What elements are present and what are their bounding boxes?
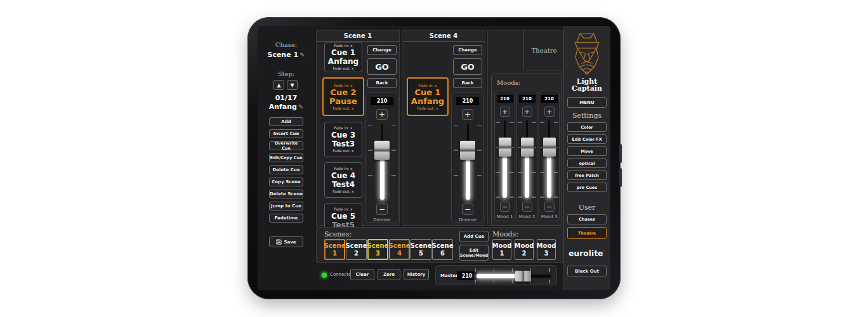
fader-tick-marks [532, 122, 536, 198]
sidebar-item-move[interactable]: Move [567, 146, 607, 156]
scene4-title: Scene 4 [402, 30, 485, 42]
fader-plus-button[interactable]: + [376, 109, 388, 120]
fader-track[interactable] [366, 124, 398, 201]
cue-fade-in: Fade in: x [334, 43, 353, 48]
fader-tick-marks [554, 122, 558, 198]
mood3-fader: 210 + − Mood 3 [539, 91, 560, 221]
scene1-change-button[interactable]: Change [367, 45, 397, 55]
edit-pencil-icon[interactable]: ✎ [299, 51, 305, 58]
scene4-change-button[interactable]: Change [453, 45, 482, 55]
history-button[interactable]: History [404, 269, 429, 280]
edit-scene-mood-button[interactable]: Edit Scene/Mood [459, 245, 489, 261]
overwrite-cue-button[interactable]: Overwrite Cue [269, 141, 303, 150]
mood-1-tile[interactable]: Mood 1 [492, 239, 511, 260]
insert-cue-button[interactable]: Insert Cue [269, 129, 303, 138]
sidebar-item-optical[interactable]: optical [567, 158, 607, 168]
sidebar-item-free-patch[interactable]: free Patch [567, 171, 607, 180]
scene1-go-button[interactable]: GO [367, 58, 397, 75]
step-name[interactable]: Anfang✎ [258, 103, 315, 111]
master-tick-marks [475, 280, 551, 283]
step-up-button[interactable]: ▲ [273, 80, 284, 90]
fader-minus-button[interactable]: − [544, 202, 555, 212]
save-button[interactable]: Save [269, 236, 303, 247]
tile-line1: Scene [411, 242, 432, 250]
fader-minus-button[interactable]: − [500, 202, 510, 212]
mood-3-tile[interactable]: Mood 3 [537, 239, 556, 260]
tile-line1: Scene [432, 242, 454, 250]
fader-handle[interactable] [521, 138, 534, 157]
fader-handle[interactable] [499, 138, 511, 157]
scene-5-tile[interactable]: Scene 5 [411, 239, 431, 260]
tile-line2: 1 [500, 250, 504, 257]
tile-line2: 2 [354, 250, 358, 257]
scene1-panel: Scene 1 Fade in: x Cue 1 Anfang Fade out… [316, 30, 400, 226]
scene-1-tile[interactable]: Scene 1 [324, 239, 345, 260]
sidebar-item-theatre-active[interactable]: Theatre [567, 227, 607, 239]
tile-line1: Scene [389, 242, 411, 250]
fader-minus-button[interactable]: − [376, 204, 388, 215]
tile-line2: 3 [544, 250, 549, 257]
fader-handle[interactable] [374, 141, 390, 160]
fader-plus-button[interactable]: + [462, 109, 473, 120]
cue-card-2-active[interactable]: Fade in: x Cue 2 Pause Fade out: x [322, 77, 364, 116]
cue-name: Cue 2 [330, 88, 356, 97]
menu-button[interactable]: MENU [567, 97, 607, 108]
copy-scene-button[interactable]: Copy Scene [269, 178, 303, 186]
fader-handle[interactable] [543, 138, 556, 157]
add-button[interactable]: Add [269, 117, 303, 126]
mood2-fader: 210 + − Mood 2 [516, 91, 537, 221]
step-down-button[interactable]: ▼ [287, 80, 298, 90]
scene4-go-button[interactable]: GO [453, 58, 482, 75]
mood-2-tile[interactable]: Mood 2 [515, 239, 534, 260]
fader-minus-button[interactable]: − [522, 202, 532, 212]
fader-glow-bar [525, 156, 529, 198]
fader-tick-marks [454, 125, 458, 200]
fader-track[interactable] [517, 120, 537, 199]
sidebar-item-pre-cues[interactable]: pre Cues [567, 183, 607, 192]
clear-button[interactable]: Clear [350, 269, 374, 280]
fader-value: 210 [541, 95, 558, 103]
jump-to-cue-button[interactable]: Jump to Cue [269, 202, 303, 210]
fader-track[interactable] [539, 120, 559, 199]
fader-value: 210 [371, 97, 393, 105]
fader-minus-button[interactable]: − [462, 204, 473, 215]
master-fader-handle[interactable] [515, 271, 531, 281]
fader-handle[interactable] [460, 141, 475, 160]
fader-label: Mood 1 [497, 214, 513, 219]
cue-fade-out: Fade out: x [332, 66, 353, 71]
scene4-back-button[interactable]: Back [453, 78, 482, 88]
fadetime-button[interactable]: Fadetime [269, 214, 303, 223]
scene-3-tile[interactable]: Scene 3 [367, 239, 388, 260]
fader-track[interactable] [452, 124, 483, 201]
scene-6-tile[interactable]: Scene 6 [432, 239, 453, 260]
black-out-button[interactable]: Black Out [567, 266, 607, 276]
zero-button[interactable]: Zero [378, 269, 400, 280]
cue-card-4[interactable]: Fade in: x Cue 4 Test4 Fade out: x [324, 162, 362, 198]
scene4-cue-card-active[interactable]: Fade in: x Cue 1 Anfang Fade out: x [407, 77, 449, 116]
scene1-title: Scene 1 [317, 30, 399, 42]
sidebar-item-color[interactable]: Color [567, 122, 607, 132]
master-fader-track[interactable] [475, 268, 551, 283]
light-captain-logo-icon [570, 30, 604, 78]
master-glow-bar [477, 274, 517, 278]
fader-track[interactable] [495, 120, 515, 199]
add-cue-button[interactable]: Add Cue [459, 231, 489, 242]
eurolite-logo: eurolite˙ [563, 249, 610, 258]
scene-4-tile[interactable]: Scene 4 [389, 239, 410, 260]
delete-cue-button[interactable]: Delete Cue [269, 165, 303, 174]
chase-value[interactable]: Scene 1✎ [258, 51, 315, 59]
delete-scene-button[interactable]: Delete Scene [269, 190, 303, 198]
edit-pencil-icon[interactable]: ✎ [298, 103, 303, 110]
fader-tick-marks [518, 122, 522, 198]
fader-plus-button[interactable]: + [522, 107, 532, 117]
edit-copy-cue-button[interactable]: Edit/Copy Cue [269, 153, 303, 162]
fader-plus-button[interactable]: + [544, 107, 555, 117]
sidebar-item-chases[interactable]: Chases [567, 214, 607, 224]
cue-card-1[interactable]: Fade in: x Cue 1 Anfang Fade out: x [324, 42, 362, 72]
scene-2-tile[interactable]: Scene 2 [346, 239, 367, 260]
sidebar-item-edit-color-fx[interactable]: Edit Color FX [567, 134, 607, 144]
fader-value: 210 [497, 95, 513, 103]
scene1-back-button[interactable]: Back [367, 78, 397, 88]
fader-plus-button[interactable]: + [500, 107, 510, 117]
cue-card-3[interactable]: Fade in: x Cue 3 Test3 Fade out: x [324, 122, 362, 157]
